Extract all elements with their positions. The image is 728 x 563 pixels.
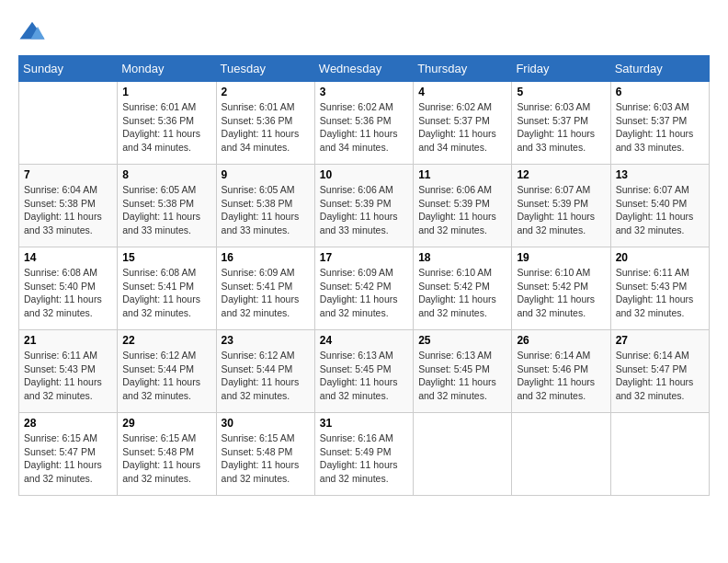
calendar-cell: 21Sunrise: 6:11 AMSunset: 5:43 PMDayligh… <box>19 330 118 413</box>
calendar-cell <box>19 82 118 165</box>
day-number: 1 <box>122 86 210 98</box>
calendar-cell: 15Sunrise: 6:08 AMSunset: 5:41 PMDayligh… <box>118 247 216 330</box>
day-info: Sunrise: 6:03 AMSunset: 5:37 PMDaylight:… <box>517 100 605 155</box>
calendar-cell: 9Sunrise: 6:05 AMSunset: 5:38 PMDaylight… <box>216 165 314 247</box>
day-number: 15 <box>122 251 210 264</box>
day-number: 8 <box>122 168 210 181</box>
day-number: 12 <box>517 168 605 181</box>
day-info: Sunrise: 6:02 AMSunset: 5:37 PMDaylight:… <box>418 100 506 155</box>
day-info: Sunrise: 6:06 AMSunset: 5:39 PMDaylight:… <box>320 183 408 237</box>
day-header-friday: Friday <box>512 56 610 82</box>
calendar-cell: 26Sunrise: 6:14 AMSunset: 5:46 PMDayligh… <box>512 330 610 413</box>
calendar-cell: 29Sunrise: 6:15 AMSunset: 5:48 PMDayligh… <box>118 413 216 496</box>
day-number: 17 <box>320 251 408 264</box>
calendar-cell <box>414 413 512 496</box>
day-number: 3 <box>320 86 408 98</box>
day-number: 5 <box>517 86 605 98</box>
calendar-cell: 12Sunrise: 6:07 AMSunset: 5:39 PMDayligh… <box>512 165 610 247</box>
day-number: 20 <box>616 251 704 264</box>
calendar-cell: 5Sunrise: 6:03 AMSunset: 5:37 PMDaylight… <box>512 82 610 165</box>
day-number: 6 <box>616 86 704 98</box>
day-info: Sunrise: 6:08 AMSunset: 5:40 PMDaylight:… <box>24 266 112 320</box>
day-number: 7 <box>24 168 112 181</box>
calendar-week-3: 14Sunrise: 6:08 AMSunset: 5:40 PMDayligh… <box>19 247 710 330</box>
calendar-cell: 18Sunrise: 6:10 AMSunset: 5:42 PMDayligh… <box>414 247 512 330</box>
calendar-week-2: 7Sunrise: 6:04 AMSunset: 5:38 PMDaylight… <box>19 165 710 247</box>
calendar-cell: 8Sunrise: 6:05 AMSunset: 5:38 PMDaylight… <box>118 165 216 247</box>
calendar-cell: 2Sunrise: 6:01 AMSunset: 5:36 PMDaylight… <box>216 82 314 165</box>
day-number: 31 <box>320 417 408 430</box>
day-info: Sunrise: 6:10 AMSunset: 5:42 PMDaylight:… <box>418 266 506 320</box>
day-header-thursday: Thursday <box>414 56 512 82</box>
logo-icon <box>18 18 46 46</box>
calendar-cell: 28Sunrise: 6:15 AMSunset: 5:47 PMDayligh… <box>19 413 118 496</box>
day-number: 16 <box>222 251 310 264</box>
logo <box>18 18 50 46</box>
day-info: Sunrise: 6:13 AMSunset: 5:45 PMDaylight:… <box>418 349 506 403</box>
day-info: Sunrise: 6:15 AMSunset: 5:48 PMDaylight:… <box>222 431 310 486</box>
day-number: 26 <box>517 334 605 347</box>
day-header-saturday: Saturday <box>610 56 709 82</box>
calendar-cell: 6Sunrise: 6:03 AMSunset: 5:37 PMDaylight… <box>610 82 709 165</box>
day-info: Sunrise: 6:02 AMSunset: 5:36 PMDaylight:… <box>320 100 408 155</box>
day-info: Sunrise: 6:05 AMSunset: 5:38 PMDaylight:… <box>122 183 210 237</box>
calendar-cell: 16Sunrise: 6:09 AMSunset: 5:41 PMDayligh… <box>216 247 314 330</box>
calendar-cell: 30Sunrise: 6:15 AMSunset: 5:48 PMDayligh… <box>216 413 314 496</box>
day-info: Sunrise: 6:13 AMSunset: 5:45 PMDaylight:… <box>320 349 408 403</box>
calendar-week-4: 21Sunrise: 6:11 AMSunset: 5:43 PMDayligh… <box>19 330 710 413</box>
calendar-cell: 13Sunrise: 6:07 AMSunset: 5:40 PMDayligh… <box>610 165 709 247</box>
day-number: 11 <box>418 168 506 181</box>
calendar-week-1: 1Sunrise: 6:01 AMSunset: 5:36 PMDaylight… <box>19 82 710 165</box>
calendar-cell: 31Sunrise: 6:16 AMSunset: 5:49 PMDayligh… <box>314 413 413 496</box>
day-header-tuesday: Tuesday <box>216 56 314 82</box>
calendar-cell: 3Sunrise: 6:02 AMSunset: 5:36 PMDaylight… <box>314 82 413 165</box>
day-number: 2 <box>222 86 310 98</box>
day-number: 27 <box>616 334 704 347</box>
day-number: 14 <box>24 251 112 264</box>
day-info: Sunrise: 6:12 AMSunset: 5:44 PMDaylight:… <box>222 349 310 403</box>
day-info: Sunrise: 6:12 AMSunset: 5:44 PMDaylight:… <box>122 349 210 403</box>
day-number: 21 <box>24 334 112 347</box>
day-number: 25 <box>418 334 506 347</box>
calendar-cell: 1Sunrise: 6:01 AMSunset: 5:36 PMDaylight… <box>118 82 216 165</box>
day-number: 22 <box>122 334 210 347</box>
day-number: 9 <box>222 168 310 181</box>
day-number: 4 <box>418 86 506 98</box>
calendar-cell: 24Sunrise: 6:13 AMSunset: 5:45 PMDayligh… <box>314 330 413 413</box>
calendar-cell: 20Sunrise: 6:11 AMSunset: 5:43 PMDayligh… <box>610 247 709 330</box>
day-info: Sunrise: 6:16 AMSunset: 5:49 PMDaylight:… <box>320 431 408 486</box>
day-info: Sunrise: 6:01 AMSunset: 5:36 PMDaylight:… <box>222 100 310 155</box>
day-header-wednesday: Wednesday <box>314 56 413 82</box>
calendar-cell: 10Sunrise: 6:06 AMSunset: 5:39 PMDayligh… <box>314 165 413 247</box>
day-info: Sunrise: 6:01 AMSunset: 5:36 PMDaylight:… <box>122 100 210 155</box>
calendar-cell: 22Sunrise: 6:12 AMSunset: 5:44 PMDayligh… <box>118 330 216 413</box>
calendar-body: 1Sunrise: 6:01 AMSunset: 5:36 PMDaylight… <box>19 82 710 496</box>
day-info: Sunrise: 6:07 AMSunset: 5:40 PMDaylight:… <box>616 183 704 237</box>
calendar-cell: 14Sunrise: 6:08 AMSunset: 5:40 PMDayligh… <box>19 247 118 330</box>
calendar-cell <box>610 413 709 496</box>
day-info: Sunrise: 6:06 AMSunset: 5:39 PMDaylight:… <box>418 183 506 237</box>
calendar-cell: 11Sunrise: 6:06 AMSunset: 5:39 PMDayligh… <box>414 165 512 247</box>
day-header-monday: Monday <box>118 56 216 82</box>
calendar-cell: 17Sunrise: 6:09 AMSunset: 5:42 PMDayligh… <box>314 247 413 330</box>
page-header <box>18 18 710 46</box>
day-info: Sunrise: 6:14 AMSunset: 5:46 PMDaylight:… <box>517 349 605 403</box>
day-number: 18 <box>418 251 506 264</box>
day-number: 19 <box>517 251 605 264</box>
day-header-sunday: Sunday <box>19 56 118 82</box>
day-number: 13 <box>616 168 704 181</box>
day-info: Sunrise: 6:15 AMSunset: 5:47 PMDaylight:… <box>24 431 112 486</box>
calendar-header: SundayMondayTuesdayWednesdayThursdayFrid… <box>19 56 710 82</box>
day-info: Sunrise: 6:11 AMSunset: 5:43 PMDaylight:… <box>616 266 704 320</box>
calendar-cell: 19Sunrise: 6:10 AMSunset: 5:42 PMDayligh… <box>512 247 610 330</box>
calendar-cell: 7Sunrise: 6:04 AMSunset: 5:38 PMDaylight… <box>19 165 118 247</box>
day-info: Sunrise: 6:04 AMSunset: 5:38 PMDaylight:… <box>24 183 112 237</box>
day-number: 30 <box>222 417 310 430</box>
day-info: Sunrise: 6:15 AMSunset: 5:48 PMDaylight:… <box>122 431 210 486</box>
day-number: 24 <box>320 334 408 347</box>
calendar-cell: 25Sunrise: 6:13 AMSunset: 5:45 PMDayligh… <box>414 330 512 413</box>
calendar-table: SundayMondayTuesdayWednesdayThursdayFrid… <box>18 55 710 496</box>
day-info: Sunrise: 6:09 AMSunset: 5:41 PMDaylight:… <box>222 266 310 320</box>
day-info: Sunrise: 6:09 AMSunset: 5:42 PMDaylight:… <box>320 266 408 320</box>
day-info: Sunrise: 6:03 AMSunset: 5:37 PMDaylight:… <box>616 100 704 155</box>
